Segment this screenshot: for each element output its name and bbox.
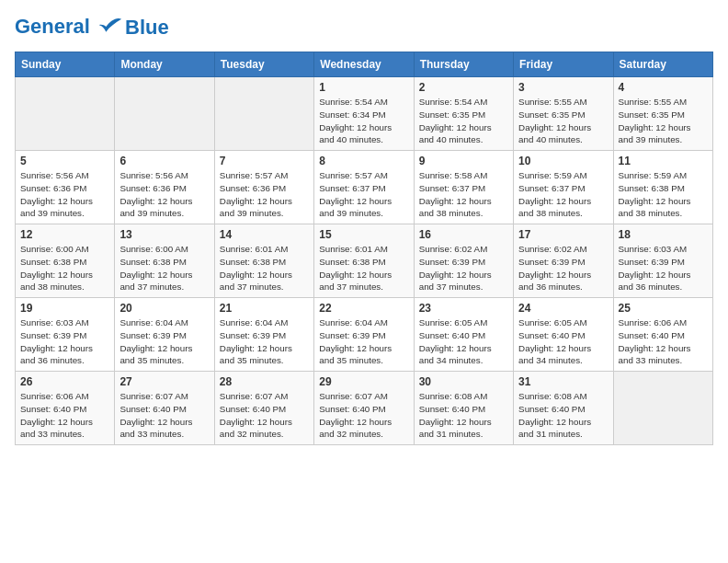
day-number: 5: [20, 155, 109, 167]
day-info: Sunrise: 5:54 AM Sunset: 6:34 PM Dayligh…: [319, 96, 408, 146]
day-number: 1: [319, 81, 408, 94]
day-info: Sunrise: 6:00 AM Sunset: 6:38 PM Dayligh…: [20, 243, 109, 293]
calendar-cell: 15Sunrise: 6:01 AM Sunset: 6:38 PM Dayli…: [314, 224, 414, 298]
day-number: 29: [319, 375, 408, 388]
header-day-wednesday: Wednesday: [314, 52, 414, 77]
day-number: 27: [119, 375, 209, 388]
day-info: Sunrise: 5:55 AM Sunset: 6:35 PM Dayligh…: [518, 96, 608, 146]
calendar-cell: [16, 77, 115, 151]
calendar-cell: [214, 77, 313, 151]
calendar-cell: 9Sunrise: 5:58 AM Sunset: 6:37 PM Daylig…: [414, 151, 513, 224]
calendar-table: SundayMondayTuesdayWednesdayThursdayFrid…: [15, 52, 713, 445]
day-info: Sunrise: 5:59 AM Sunset: 6:37 PM Dayligh…: [518, 169, 608, 220]
calendar-cell: 8Sunrise: 5:57 AM Sunset: 6:37 PM Daylig…: [314, 151, 414, 224]
day-number: 3: [518, 81, 608, 94]
day-info: Sunrise: 6:07 AM Sunset: 6:40 PM Dayligh…: [319, 390, 408, 441]
day-number: 26: [20, 375, 109, 388]
day-info: Sunrise: 6:04 AM Sunset: 6:39 PM Dayligh…: [319, 316, 408, 367]
calendar-cell: 12Sunrise: 6:00 AM Sunset: 6:38 PM Dayli…: [16, 224, 115, 298]
calendar-cell: 11Sunrise: 5:59 AM Sunset: 6:38 PM Dayli…: [613, 151, 712, 224]
day-info: Sunrise: 6:05 AM Sunset: 6:40 PM Dayligh…: [518, 316, 608, 367]
header-day-sunday: Sunday: [16, 52, 115, 77]
day-number: 15: [319, 228, 408, 241]
calendar-cell: 21Sunrise: 6:04 AM Sunset: 6:39 PM Dayli…: [214, 298, 313, 372]
calendar-header: SundayMondayTuesdayWednesdayThursdayFrid…: [16, 52, 713, 77]
day-number: 28: [220, 375, 309, 388]
day-number: 11: [619, 155, 708, 167]
day-number: 30: [419, 375, 508, 388]
calendar-cell: 26Sunrise: 6:06 AM Sunset: 6:40 PM Dayli…: [16, 372, 115, 445]
day-info: Sunrise: 5:57 AM Sunset: 6:36 PM Dayligh…: [220, 169, 309, 220]
logo-blue: Blue: [125, 16, 169, 40]
calendar-cell: 16Sunrise: 6:02 AM Sunset: 6:39 PM Dayli…: [414, 224, 513, 298]
day-number: 13: [119, 228, 209, 241]
day-number: 24: [518, 302, 608, 315]
day-info: Sunrise: 6:02 AM Sunset: 6:39 PM Dayligh…: [419, 243, 508, 293]
day-number: 10: [518, 155, 608, 167]
week-row-3: 12Sunrise: 6:00 AM Sunset: 6:38 PM Dayli…: [16, 224, 713, 298]
week-row-4: 19Sunrise: 6:03 AM Sunset: 6:39 PM Dayli…: [16, 298, 713, 372]
day-number: 16: [419, 228, 508, 241]
week-row-5: 26Sunrise: 6:06 AM Sunset: 6:40 PM Dayli…: [16, 372, 713, 445]
header-day-monday: Monday: [115, 52, 214, 77]
day-info: Sunrise: 6:03 AM Sunset: 6:39 PM Dayligh…: [20, 316, 109, 367]
header-day-friday: Friday: [514, 52, 613, 77]
day-number: 2: [419, 81, 508, 94]
calendar-cell: [613, 372, 712, 445]
day-number: 8: [319, 155, 408, 167]
day-info: Sunrise: 6:07 AM Sunset: 6:40 PM Dayligh…: [119, 390, 209, 441]
calendar-cell: 24Sunrise: 6:05 AM Sunset: 6:40 PM Dayli…: [514, 298, 613, 372]
calendar-cell: 18Sunrise: 6:03 AM Sunset: 6:39 PM Dayli…: [613, 224, 712, 298]
day-number: 6: [119, 155, 209, 167]
logo: General Blue: [15, 15, 169, 40]
calendar-body: 1Sunrise: 5:54 AM Sunset: 6:34 PM Daylig…: [16, 77, 713, 445]
day-number: 25: [619, 302, 708, 315]
day-info: Sunrise: 6:07 AM Sunset: 6:40 PM Dayligh…: [220, 390, 309, 441]
calendar-cell: 23Sunrise: 6:05 AM Sunset: 6:40 PM Dayli…: [414, 298, 513, 372]
calendar-cell: 31Sunrise: 6:08 AM Sunset: 6:40 PM Dayli…: [514, 372, 613, 445]
day-info: Sunrise: 5:55 AM Sunset: 6:35 PM Dayligh…: [619, 96, 708, 146]
calendar-cell: 1Sunrise: 5:54 AM Sunset: 6:34 PM Daylig…: [314, 77, 414, 151]
day-info: Sunrise: 6:05 AM Sunset: 6:40 PM Dayligh…: [419, 316, 508, 367]
calendar-cell: 4Sunrise: 5:55 AM Sunset: 6:35 PM Daylig…: [613, 77, 712, 151]
calendar-cell: [115, 77, 214, 151]
day-info: Sunrise: 6:02 AM Sunset: 6:39 PM Dayligh…: [518, 243, 608, 293]
calendar-cell: 17Sunrise: 6:02 AM Sunset: 6:39 PM Dayli…: [514, 224, 613, 298]
header-day-tuesday: Tuesday: [214, 52, 313, 77]
day-number: 12: [20, 228, 109, 241]
day-number: 17: [518, 228, 608, 241]
day-info: Sunrise: 5:59 AM Sunset: 6:38 PM Dayligh…: [619, 169, 708, 220]
day-number: 18: [619, 228, 708, 241]
day-number: 23: [419, 302, 508, 315]
header-day-thursday: Thursday: [414, 52, 513, 77]
day-info: Sunrise: 6:04 AM Sunset: 6:39 PM Dayligh…: [119, 316, 209, 367]
logo-general: General: [15, 15, 90, 38]
day-info: Sunrise: 5:54 AM Sunset: 6:35 PM Dayligh…: [419, 96, 508, 146]
calendar-cell: 13Sunrise: 6:00 AM Sunset: 6:38 PM Dayli…: [115, 224, 214, 298]
day-info: Sunrise: 6:06 AM Sunset: 6:40 PM Dayligh…: [20, 390, 109, 441]
calendar-cell: 6Sunrise: 5:56 AM Sunset: 6:36 PM Daylig…: [115, 151, 214, 224]
calendar-cell: 5Sunrise: 5:56 AM Sunset: 6:36 PM Daylig…: [16, 151, 115, 224]
day-info: Sunrise: 6:01 AM Sunset: 6:38 PM Dayligh…: [220, 243, 309, 293]
day-info: Sunrise: 6:03 AM Sunset: 6:39 PM Dayligh…: [619, 243, 708, 293]
calendar-cell: 19Sunrise: 6:03 AM Sunset: 6:39 PM Dayli…: [16, 298, 115, 372]
calendar-cell: 28Sunrise: 6:07 AM Sunset: 6:40 PM Dayli…: [214, 372, 313, 445]
calendar-cell: 3Sunrise: 5:55 AM Sunset: 6:35 PM Daylig…: [514, 77, 613, 151]
day-number: 9: [419, 155, 508, 167]
calendar-cell: 20Sunrise: 6:04 AM Sunset: 6:39 PM Dayli…: [115, 298, 214, 372]
day-info: Sunrise: 6:08 AM Sunset: 6:40 PM Dayligh…: [518, 390, 608, 441]
day-info: Sunrise: 5:56 AM Sunset: 6:36 PM Dayligh…: [20, 169, 109, 220]
day-info: Sunrise: 6:06 AM Sunset: 6:40 PM Dayligh…: [619, 316, 708, 367]
page-header: General Blue: [15, 15, 713, 40]
calendar-cell: 25Sunrise: 6:06 AM Sunset: 6:40 PM Dayli…: [613, 298, 712, 372]
logo-bird-icon: [97, 15, 123, 40]
calendar-cell: 27Sunrise: 6:07 AM Sunset: 6:40 PM Dayli…: [115, 372, 214, 445]
day-number: 19: [20, 302, 109, 315]
day-number: 4: [619, 81, 708, 94]
calendar-cell: 29Sunrise: 6:07 AM Sunset: 6:40 PM Dayli…: [314, 372, 414, 445]
day-info: Sunrise: 5:56 AM Sunset: 6:36 PM Dayligh…: [119, 169, 209, 220]
week-row-1: 1Sunrise: 5:54 AM Sunset: 6:34 PM Daylig…: [16, 77, 713, 151]
calendar-cell: 10Sunrise: 5:59 AM Sunset: 6:37 PM Dayli…: [514, 151, 613, 224]
calendar-cell: 2Sunrise: 5:54 AM Sunset: 6:35 PM Daylig…: [414, 77, 513, 151]
day-number: 21: [220, 302, 309, 315]
